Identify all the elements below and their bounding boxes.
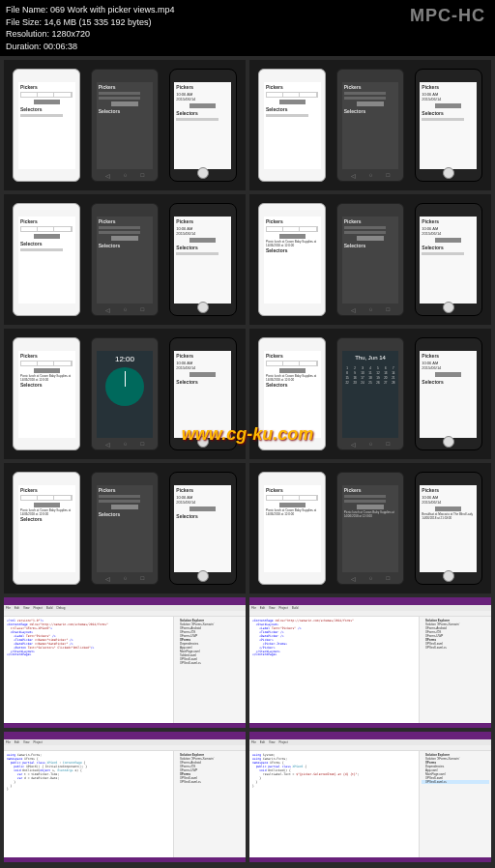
- thumbnail-7[interactable]: Pickers Picnic lunch at Crown Baby Suppl…: [2, 461, 248, 595]
- app-logo: MPC-HC: [410, 4, 489, 28]
- thumbnail-12[interactable]: FileEditViewProject using System; using …: [248, 730, 493, 864]
- thumbnail-10[interactable]: FileEditViewProjectBuild <ContentPage xm…: [248, 595, 493, 730]
- thumbnail-9[interactable]: FileEditViewProjectBuildDebug <?xml vers…: [2, 595, 248, 730]
- phone-ios: Pickers 10:06 AM 2015/06/14 Selectors: [169, 69, 237, 182]
- thumbnail-6[interactable]: Pickers Picnic lunch at Crown Baby Suppl…: [248, 327, 493, 461]
- resolution-label: Resolution:: [6, 29, 49, 39]
- thumbnail-grid: Pickers Selectors Pickers Selectors: [0, 56, 495, 866]
- visual-studio-window: FileEditViewProjectBuildDebug <?xml vers…: [4, 597, 246, 728]
- home-button-icon: [197, 167, 209, 179]
- duration-value: 00:06:38: [44, 42, 77, 51]
- resolution-value: 1280x720: [52, 29, 91, 39]
- thumbnail-3[interactable]: Pickers Selectors Pickers Selectors ◁○□ …: [2, 192, 248, 327]
- phone-android: Pickers Selectors ◁○□: [91, 69, 159, 182]
- thumbnail-5[interactable]: Pickers Picnic lunch at Crown Baby Suppl…: [2, 327, 248, 461]
- thumbnail-11[interactable]: FileEditViewProject using Xamarin.Forms;…: [2, 730, 248, 864]
- phone-windows: Pickers Selectors: [13, 69, 80, 182]
- file-info-block: File Name: 069 Work with picker views.mp…: [6, 4, 410, 52]
- thumbnail-4[interactable]: Pickers Picnic lunch at Crown Baby Suppl…: [248, 192, 493, 327]
- thumbnail-8[interactable]: Pickers Picnic lunch at Crown Baby Suppl…: [248, 461, 493, 595]
- file-name-label: File Name:: [6, 5, 48, 14]
- calendar-icon: 1234567 891011121314 15161718192021 2223…: [344, 366, 397, 385]
- info-header: File Name: 069 Work with picker views.mp…: [0, 0, 495, 56]
- android-nav-icon: ◁○□: [99, 172, 152, 179]
- clock-icon: [105, 367, 144, 406]
- code-editor: <?xml version="1.0"?> <ContentPage xmlns…: [4, 617, 173, 723]
- file-size-value: 14,6 MB (15 335 192 bytes): [44, 17, 152, 27]
- file-size-label: File Size:: [6, 17, 42, 27]
- thumbnail-1[interactable]: Pickers Selectors Pickers Selectors: [2, 58, 248, 192]
- duration-label: Duration:: [6, 42, 42, 51]
- file-name-value: 069 Work with picker views.mp4: [50, 5, 174, 14]
- phone-android-clock: 12:00 ◁○□: [91, 337, 159, 450]
- thumbnail-2[interactable]: Pickers Selectors Pickers Selectors ◁○□ …: [248, 58, 493, 192]
- solution-explorer: Solution Explorer Solution 'XForms.Xamar…: [173, 617, 246, 723]
- phone-android-calendar: Thu, Jun 14 1234567 891011121314 1516171…: [336, 337, 404, 450]
